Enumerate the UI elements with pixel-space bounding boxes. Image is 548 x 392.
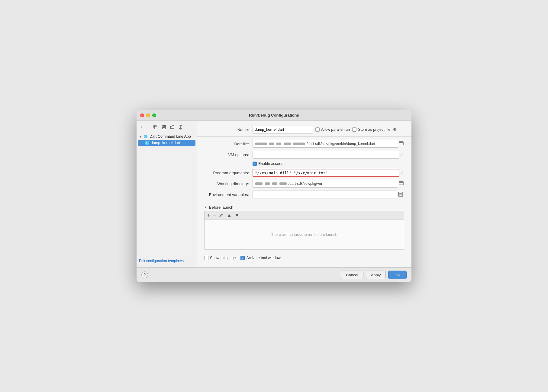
working-dir-path: /dart-sdk/sdk/pkg/vm — [289, 182, 322, 186]
program-args-expand-button[interactable]: ⤢ — [399, 170, 404, 176]
sidebar-item-label: dump_kernel.dart — [151, 141, 180, 145]
before-launch-empty-label: There are no tasks to run before launch — [271, 233, 337, 237]
wd-blur-1 — [255, 182, 263, 185]
svg-text:D: D — [144, 135, 146, 138]
svg-rect-0 — [154, 126, 157, 129]
vm-options-row: VM options: ⤢ — [204, 151, 404, 159]
env-vars-row: Environment variables: — [204, 191, 404, 198]
wd-blur-3 — [272, 182, 277, 185]
working-dir-container: /dart-sdk/sdk/pkg/vm — [253, 180, 398, 188]
path-blur-1 — [255, 143, 267, 145]
path-blur-2 — [269, 143, 274, 145]
name-row: Name: Allow parallel run Store as projec… — [204, 126, 404, 133]
ok-button[interactable]: OK — [388, 271, 407, 279]
show-page-label[interactable]: Show this page — [204, 256, 236, 260]
traffic-lights — [140, 113, 156, 117]
dart-file-icon: D — [145, 141, 149, 145]
svg-rect-3 — [163, 127, 165, 129]
main-content: Name: Allow parallel run Store as projec… — [197, 121, 411, 267]
working-dir-browse-button[interactable] — [398, 181, 404, 187]
before-launch-add-button[interactable]: + — [206, 212, 211, 219]
wd-blur-2 — [265, 182, 270, 185]
dart-file-browse-button[interactable] — [398, 141, 404, 147]
add-config-button[interactable]: + — [139, 124, 143, 130]
before-launch-up-button[interactable]: ▲ — [226, 212, 233, 219]
dialog-body: + − ▼ — [137, 121, 411, 267]
name-label: Name: — [204, 127, 253, 132]
program-args-input[interactable] — [253, 169, 399, 177]
before-launch-header: ▼ Before launch — [204, 204, 404, 211]
show-page-checkbox[interactable] — [204, 256, 208, 260]
remove-config-button[interactable]: − — [145, 124, 150, 130]
dart-file-path: /dart-sdk/sdk/pkg/vm/bin/dump_kernel.dar… — [307, 142, 375, 146]
before-launch-toolbar: + − ▲ ▼ — [204, 211, 404, 220]
maximize-button[interactable] — [152, 113, 156, 117]
minimize-button[interactable] — [146, 113, 150, 117]
dart-file-container: /dart-sdk/sdk/pkg/vm/bin/dump_kernel.dar… — [253, 140, 398, 148]
name-input[interactable] — [253, 126, 313, 133]
svg-text:D: D — [146, 142, 147, 144]
dart-group-icon: D — [143, 134, 148, 139]
footer-left: ? — [141, 272, 148, 278]
bottom-checkboxes: Show this page ✓ Activate tool window — [204, 253, 404, 262]
program-args-label: Program arguments: — [204, 171, 253, 175]
sidebar-toolbar: + − — [137, 123, 197, 132]
env-vars-label: Environment variables: — [204, 192, 253, 197]
expand-arrow-icon: ▼ — [139, 135, 142, 138]
store-project-checkbox[interactable] — [352, 127, 356, 132]
before-launch-edit-button[interactable] — [218, 212, 225, 219]
title-bar: Run/Debug Configurations — [137, 110, 411, 121]
sidebar: + − ▼ — [137, 121, 197, 267]
activate-window-checkbox[interactable]: ✓ — [240, 256, 245, 260]
before-launch-down-button[interactable]: ▼ — [234, 212, 240, 219]
dialog-footer: ? Cancel Apply OK — [137, 267, 411, 282]
dart-file-label: Dart file: — [204, 142, 253, 146]
program-args-row: Program arguments: ⤢ — [204, 169, 404, 177]
apply-button[interactable]: Apply — [366, 271, 386, 279]
path-blur-5 — [293, 143, 305, 145]
enable-asserts-row: ✓ Enable asserts — [204, 162, 404, 166]
working-dir-row: Working directory: /dart-sdk/sdk/pkg/vm — [204, 180, 404, 188]
close-button[interactable] — [140, 113, 144, 117]
footer-right: Cancel Apply OK — [341, 271, 407, 279]
folder-config-button[interactable] — [169, 124, 176, 130]
env-vars-list-button[interactable] — [397, 191, 404, 198]
vm-options-label: VM options: — [204, 153, 253, 157]
path-blur-4 — [284, 143, 291, 145]
cancel-button[interactable]: Cancel — [341, 271, 363, 279]
store-project-label[interactable]: Store as project file — [352, 127, 390, 132]
before-launch-arrow-icon: ▼ — [204, 206, 207, 209]
run-debug-dialog: Run/Debug Configurations + − — [137, 110, 411, 282]
allow-parallel-label[interactable]: Allow parallel run — [315, 127, 350, 132]
working-dir-label: Working directory: — [204, 182, 253, 186]
svg-rect-2 — [163, 125, 165, 127]
allow-parallel-checkbox[interactable] — [315, 127, 320, 132]
dart-file-row: Dart file: /dart-sdk/sdk/pkg/vm/bin/dump… — [204, 140, 404, 148]
svg-rect-10 — [399, 182, 403, 185]
name-control: Allow parallel run Store as project file… — [253, 126, 404, 133]
enable-asserts-label[interactable]: ✓ Enable asserts — [253, 162, 283, 166]
edit-templates-link[interactable]: Edit configuration templates... — [139, 259, 187, 263]
vm-options-expand-button[interactable]: ⤢ — [399, 152, 404, 158]
save-config-button[interactable] — [160, 124, 167, 130]
before-launch-label: Before launch — [209, 205, 233, 210]
vm-options-input[interactable] — [253, 151, 399, 159]
sidebar-group-label: Dart Command Line App — [150, 134, 191, 139]
help-button[interactable]: ? — [141, 272, 148, 278]
wd-blur-4 — [279, 182, 287, 185]
activate-window-label[interactable]: ✓ Activate tool window — [240, 256, 280, 260]
dialog-title: Run/Debug Configurations — [249, 113, 299, 117]
copy-config-button[interactable] — [152, 124, 159, 130]
sidebar-group-dart[interactable]: ▼ D Dart Command Line App — [137, 133, 197, 140]
before-launch-body: There are no tasks to run before launch — [204, 220, 404, 250]
before-launch-section: ▼ Before launch + − ▲ — [204, 204, 404, 250]
path-blur-3 — [276, 143, 281, 145]
enable-asserts-checkbox[interactable]: ✓ — [253, 162, 257, 166]
env-vars-input[interactable] — [253, 191, 397, 198]
before-launch-remove-button[interactable]: − — [212, 212, 217, 219]
sidebar-footer: Edit configuration templates... — [137, 256, 197, 265]
sort-config-button[interactable] — [177, 124, 184, 130]
settings-gear-icon[interactable]: ⚙ — [393, 127, 397, 132]
sidebar-item-dump-kernel[interactable]: D dump_kernel.dart — [138, 140, 195, 146]
svg-rect-9 — [399, 142, 403, 145]
